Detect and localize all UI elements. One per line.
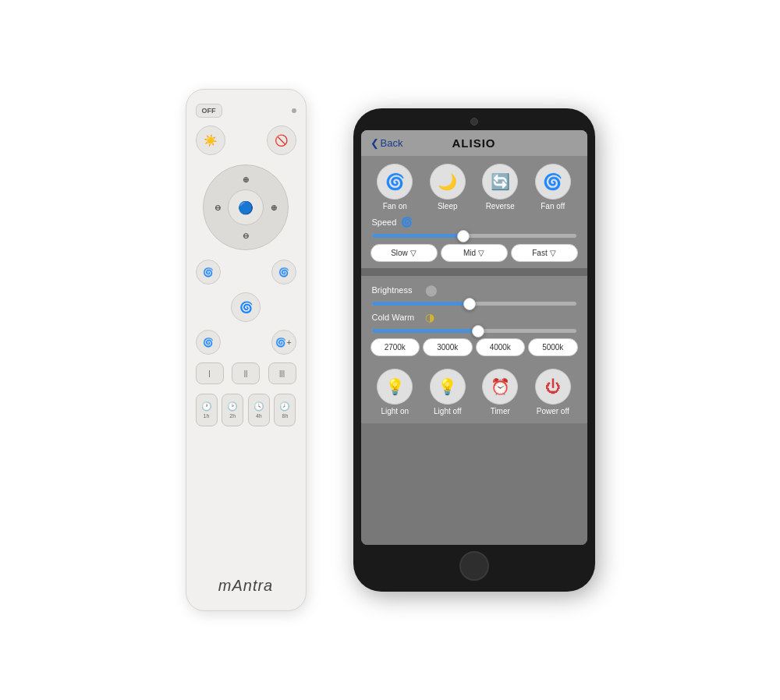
dpad-speed-up[interactable]: ⊕ [235,168,257,190]
scene: OFF ☀️ 🚫 ⊕ ⊖ ⊖ ⊕ 🔵 🌀 🌀 🌀 [0,0,780,700]
light-off-control: 💡 Light off [421,369,474,415]
timer-icon-circle[interactable]: ⏰ [482,369,518,405]
slow-icon: ▽ [410,249,417,257]
warm-slider-container [369,329,580,333]
brightness-label: Brightness [372,285,420,295]
mid-speed-btn[interactable]: Mid ▽ [441,244,508,262]
speed-buttons-row: Slow ▽ Mid ▽ Fast ▽ [369,244,580,262]
bar-btn-2[interactable]: || [232,362,260,384]
fan-on-icon: 🌀 [385,172,405,191]
warm-slider-track[interactable] [372,329,576,333]
color-5000k-btn[interactable]: 5000k [528,338,578,356]
timer-8h-label: 8h [282,413,289,419]
dpad-speed-down[interactable]: ⊖ [235,224,257,246]
color-temp-row: 2700k 3000k 4000k 5000k [369,338,580,356]
clock-1h-icon: 🕐 [201,401,212,412]
warm-slider-fill [372,329,478,333]
mid-icon: ▽ [478,249,484,257]
warm-label: Cold Warm [372,313,420,322]
remote-off-row: OFF [196,104,296,118]
color-3000k-btn[interactable]: 3000k [423,338,473,356]
phone-camera [470,118,478,126]
clock-2h-icon: 🕑 [227,401,238,412]
brightness-slider-container [369,302,580,306]
light-on-icon-circle[interactable]: 💡 [377,369,413,405]
brand-text: mAntra [218,577,273,594]
light-on-control: 💡 Light on [369,369,422,415]
fan-plus-btn[interactable]: 🌀+ [271,330,296,355]
light-on-label: Light on [381,407,409,415]
dpad-center-btn[interactable]: 🔵 [228,189,264,225]
sleep-icon: 🌙 [438,172,457,191]
fast-icon: ▽ [550,249,556,257]
speed-slider-thumb[interactable] [457,230,470,242]
fast-speed-btn[interactable]: Fast ▽ [511,244,578,262]
fast-label: Fast [532,249,547,257]
light-off-icon: 💡 [438,377,457,396]
reverse-label: Reverse [486,202,515,210]
fan-speed-up-btn[interactable]: 🌀 [271,260,296,285]
fan-icon-row: 🌀 Fan on 🌙 Sleep 🔄 [369,164,580,210]
fan-minus-btn[interactable]: 🌀 [196,330,221,355]
back-chevron-icon: ❮ [370,137,379,149]
brightness-slider-track[interactable] [372,302,576,306]
screen-header: ❮ Back ALISIO [361,130,587,156]
fan-center-btn[interactable]: 🌀 [231,292,261,322]
timer-1h-btn[interactable]: 🕐 1h [196,394,218,426]
remote-bar-row: | || ||| [196,362,296,384]
speed-slider-track[interactable] [372,234,576,238]
screen-body: 🌀 Fan on 🌙 Sleep 🔄 [361,156,587,545]
phone-home-button[interactable] [459,551,489,581]
off-button[interactable]: OFF [196,104,222,118]
clock-4h-icon: 🕓 [254,401,264,412]
power-off-label: Power off [537,407,569,415]
fan-off-icon-circle[interactable]: 🌀 [535,164,571,200]
clock-8h-icon: 🕗 [279,401,290,412]
fan-on-icon-circle[interactable]: 🌀 [377,164,413,200]
remote-fan-speed-row: 🌀 🌀 [196,260,296,285]
fan-speed-down-btn[interactable]: 🌀 [196,260,221,285]
color-4000k-btn[interactable]: 4000k [476,338,526,356]
light-on-btn[interactable]: ☀️ [196,126,225,155]
dpad-right[interactable]: ⊕ [263,196,285,218]
timer-2h-label: 2h [229,413,236,419]
power-off-control: ⏻ Power off [526,369,580,415]
color-2700k-btn[interactable]: 2700k [370,338,420,356]
fan-off-icon: 🌀 [543,172,562,191]
dpad-left[interactable]: ⊖ [207,196,229,218]
timer-4h-btn[interactable]: 🕓 4h [248,394,270,426]
remote-control: OFF ☀️ 🚫 ⊕ ⊖ ⊖ ⊕ 🔵 🌀 🌀 🌀 [186,89,307,611]
light-off-btn[interactable]: 🚫 [267,126,296,155]
sleep-control: 🌙 Sleep [421,164,474,210]
slow-speed-btn[interactable]: Slow ▽ [370,244,438,262]
power-off-icon-circle[interactable]: ⏻ [535,369,571,405]
remote-dpad: ⊕ ⊖ ⊖ ⊕ 🔵 [203,164,289,250]
remote-light-row: ☀️ 🚫 [196,126,296,155]
light-controls-section: Brightness ⬤ Cold Warm ◑ [361,276,587,362]
back-button[interactable]: ❮ Back [370,137,403,149]
fan-controls-section: 🌀 Fan on 🌙 Sleep 🔄 [361,156,587,268]
timer-2h-btn[interactable]: 🕑 2h [222,394,243,426]
phone-screen: ❮ Back ALISIO 🌀 Fan on [361,130,587,545]
back-label: Back [381,137,403,149]
bar-btn-1[interactable]: | [196,362,224,384]
brightness-slider-thumb[interactable] [463,298,476,310]
timer-control: ⏰ Timer [474,369,527,415]
remote-timer-row: 🕐 1h 🕑 2h 🕓 4h 🕗 8h [196,394,296,426]
warm-slider-thumb[interactable] [472,325,484,338]
speed-label: Speed [372,217,397,227]
timer-1h-label: 1h [204,413,210,419]
section-divider [361,268,587,276]
speed-row: Speed 🌀 [369,217,580,228]
sleep-icon-circle[interactable]: 🌙 [430,164,466,200]
reverse-icon-circle[interactable]: 🔄 [482,164,518,200]
brightness-slider-fill [372,302,470,306]
light-off-icon-circle[interactable]: 💡 [430,369,466,405]
remote-brand: mAntra [218,577,273,595]
sleep-label: Sleep [438,202,458,210]
timer-label: Timer [491,407,510,415]
reverse-control: 🔄 Reverse [474,164,527,210]
timer-8h-btn[interactable]: 🕗 8h [274,394,296,426]
bar-btn-3[interactable]: ||| [268,362,296,384]
mid-label: Mid [463,249,476,257]
